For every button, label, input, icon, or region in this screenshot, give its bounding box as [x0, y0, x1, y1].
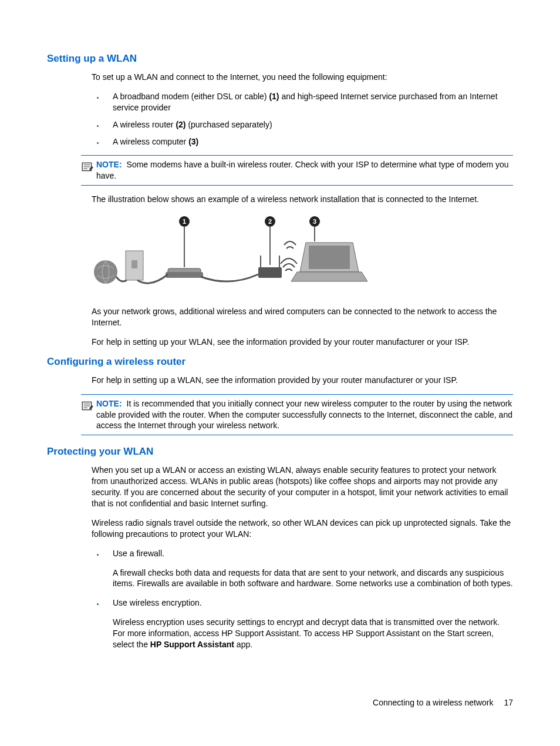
svg-point-10: [94, 260, 117, 284]
modem-icon: [166, 268, 203, 278]
wall-jack-icon: [126, 251, 143, 280]
svg-rect-12: [131, 260, 137, 268]
note-icon: [81, 399, 94, 415]
callout-1: 1: [179, 216, 190, 267]
paragraph: The illustration below shows an example …: [92, 194, 513, 205]
note-label: NOTE:: [96, 399, 122, 408]
page-footer: Connecting to a wireless network 17: [373, 698, 513, 707]
paragraph: When you set up a WLAN or access an exis…: [92, 465, 513, 509]
heading-protecting-wlan: Protecting your WLAN: [47, 446, 513, 458]
precautions-list: Use a firewall. A firewall checks both d…: [92, 548, 513, 650]
page-number: 17: [504, 698, 513, 707]
paragraph: Wireless encryption uses security settin…: [113, 617, 513, 650]
list-item: A wireless computer (3): [104, 136, 513, 147]
heading-setting-up-wlan: Setting up a WLAN: [47, 53, 513, 65]
list-item: Use wireless encryption. Wireless encryp…: [104, 597, 513, 650]
globe-icon: [94, 260, 117, 284]
network-diagram-illustration: 1 2 3: [92, 213, 385, 295]
svg-text:1: 1: [183, 218, 186, 225]
svg-text:3: 3: [313, 218, 316, 225]
paragraph: Wireless radio signals travel outside th…: [92, 518, 513, 540]
paragraph: As your network grows, additional wirele…: [92, 306, 513, 328]
document-page: Setting up a WLAN To set up a WLAN and c…: [0, 0, 560, 746]
list-item: A broadband modem (either DSL or cable) …: [104, 91, 513, 113]
paragraph: To set up a WLAN and connect to the Inte…: [92, 72, 513, 83]
svg-rect-15: [258, 267, 282, 278]
wifi-signal-icon: [281, 241, 297, 271]
heading-configuring-router: Configuring a wireless router: [47, 356, 513, 368]
svg-text:2: 2: [268, 218, 272, 225]
svg-rect-14: [166, 272, 203, 278]
svg-rect-18: [309, 246, 350, 269]
note-text: It is recommended that you initially con…: [96, 399, 512, 431]
note-callout: NOTE:Some modems have a built-in wireles…: [81, 155, 513, 186]
equipment-list: A broadband modem (either DSL or cable) …: [92, 91, 513, 147]
list-item: Use a firewall. A firewall checks both d…: [104, 548, 513, 590]
laptop-icon: [291, 243, 367, 281]
callout-2: 2: [265, 216, 275, 265]
footer-title: Connecting to a wireless network: [373, 698, 493, 707]
paragraph: For help in setting up your WLAN, see th…: [92, 337, 513, 348]
paragraph: For help in setting up a WLAN, see the i…: [92, 375, 513, 386]
note-text: Some modems have a built-in wireless rou…: [96, 160, 509, 180]
callout-3: 3: [309, 216, 320, 241]
list-item: A wireless router (2) (purchased separat…: [104, 119, 513, 130]
paragraph: A firewall checks both data and requests…: [113, 567, 513, 590]
note-label: NOTE:: [96, 160, 122, 169]
note-callout: NOTE:It is recommended that you initiall…: [81, 394, 513, 436]
note-icon: [81, 160, 94, 176]
